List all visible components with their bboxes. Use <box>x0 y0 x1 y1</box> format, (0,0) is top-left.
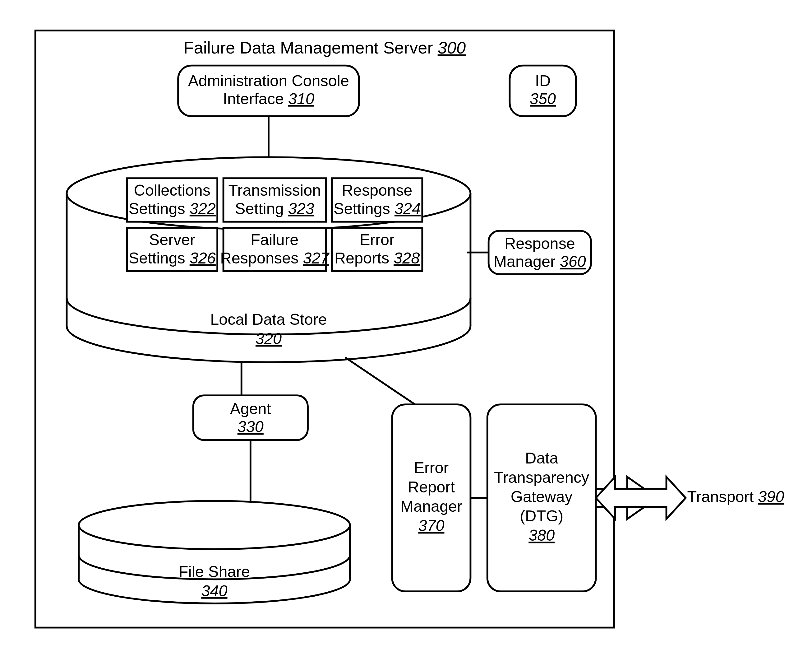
svg-text:Settings 322: Settings 322 <box>129 200 216 217</box>
diagram-title: Failure Data Management Server 300 <box>183 38 466 57</box>
connector-datastore-errmgr <box>345 357 415 404</box>
id-label: ID <box>535 72 551 90</box>
dtg-line2: Transparency <box>494 468 589 486</box>
transport-label: Transport 390 <box>687 488 785 505</box>
agent-label: Agent <box>230 400 271 418</box>
errmgr-line3: Manager <box>400 497 462 515</box>
cell-response-settings: Response Settings 324 <box>332 178 423 222</box>
svg-text:Responses 327: Responses 327 <box>220 249 330 267</box>
svg-text:Server: Server <box>149 231 195 248</box>
svg-text:Collections: Collections <box>134 181 211 199</box>
errmgr-line1: Error <box>414 459 449 476</box>
admin-console-label: Administration Console <box>188 72 349 90</box>
errmgr-ref: 370 <box>418 517 444 534</box>
response-manager-label-2: Manager 360 <box>494 253 586 270</box>
admin-console-label-2: Interface 310 <box>223 90 314 108</box>
svg-text:Error: Error <box>360 231 394 248</box>
agent-ref: 330 <box>238 418 264 436</box>
svg-text:Setting 323: Setting 323 <box>235 200 314 217</box>
dtg-line4: (DTG) <box>520 507 563 525</box>
cell-collections-settings: Collections Settings 322 <box>127 178 217 222</box>
svg-text:Failure: Failure <box>250 231 298 248</box>
svg-point-27 <box>79 501 350 549</box>
svg-text:Transmission: Transmission <box>228 181 321 199</box>
datastore-label: Local Data Store <box>210 311 327 328</box>
cell-failure-responses: Failure Responses 327 <box>220 228 330 271</box>
id-ref: 350 <box>530 90 556 108</box>
cell-server-settings: Server Settings 326 <box>127 228 217 271</box>
response-manager-label-1: Response <box>505 234 575 252</box>
cell-error-reports: Error Reports 328 <box>332 228 423 271</box>
diagram-root: Failure Data Management Server 300 Admin… <box>12 12 800 644</box>
fileshare-label: File Share <box>179 563 250 580</box>
datastore-ref: 320 <box>255 330 282 347</box>
cell-transmission-setting: Transmission Setting 323 <box>223 178 326 222</box>
svg-text:Settings 326: Settings 326 <box>129 249 216 267</box>
double-arrow <box>596 477 686 519</box>
errmgr-line2: Report <box>408 478 455 496</box>
dtg-ref: 380 <box>528 526 555 544</box>
fileshare-ref: 340 <box>201 582 227 600</box>
svg-text:Response: Response <box>342 181 412 199</box>
svg-text:Settings 324: Settings 324 <box>334 200 421 217</box>
dtg-line3: Gateway <box>511 488 573 505</box>
dtg-line1: Data <box>525 449 558 467</box>
svg-text:Reports 328: Reports 328 <box>334 249 420 267</box>
